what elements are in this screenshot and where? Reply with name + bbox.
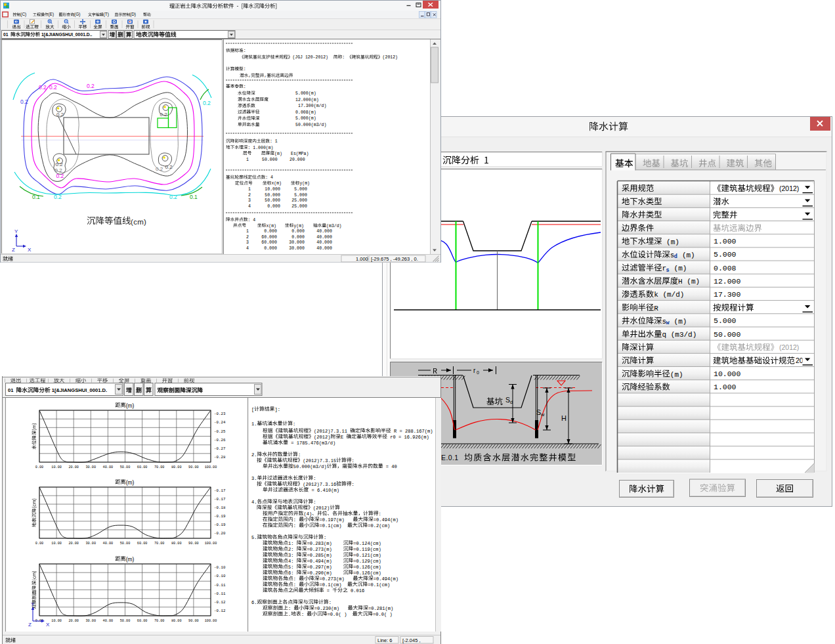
svg-text:60.00: 60.00 bbox=[137, 465, 148, 469]
svg-text:30.000: 30.000 bbox=[289, 240, 305, 245]
svg-text:=0.119(cm): =0.119(cm) bbox=[353, 547, 381, 552]
svg-text:0.000: 0.000 bbox=[264, 246, 277, 251]
svg-text:(m): (m) bbox=[126, 479, 135, 486]
svg-text:(m): (m) bbox=[126, 402, 135, 409]
svg-text::: : bbox=[288, 606, 294, 611]
svg-text:(2012): (2012) bbox=[314, 435, 331, 440]
svg-text:100.00: 100.00 bbox=[205, 542, 217, 546]
svg-text:40.00: 40.00 bbox=[103, 465, 114, 469]
svg-text:d: d bbox=[674, 253, 677, 260]
svg-text:[-29.675 , -49.263 , 0.: [-29.675 , -49.263 , 0. bbox=[371, 256, 418, 262]
svg-text:=0.1(cm): =0.1(cm) bbox=[320, 582, 348, 588]
svg-text:70.00: 70.00 bbox=[154, 465, 165, 469]
svg-text:: 4: : 4 bbox=[265, 175, 273, 180]
svg-text:100.00: 100.00 bbox=[205, 619, 217, 623]
svg-text:0.1: 0.1 bbox=[32, 194, 40, 200]
svg-text:17.300: 17.300 bbox=[714, 290, 741, 299]
svg-text:1: 1 bbox=[246, 229, 249, 234]
svg-text:0.2: 0.2 bbox=[56, 161, 64, 167]
svg-text:80.00: 80.00 bbox=[171, 542, 182, 546]
svg-text:.: . bbox=[288, 612, 291, 617]
svg-text:2.: 2. bbox=[251, 452, 257, 458]
svg-text:17.300(m/d): 17.300(m/d) bbox=[295, 104, 326, 108]
svg-text:0.000: 0.000 bbox=[264, 229, 277, 234]
svg-text:-0.27: -0.27 bbox=[214, 446, 226, 451]
svg-text:1:: 1: bbox=[288, 541, 297, 546]
svg-text:-0.17: -0.17 bbox=[214, 488, 226, 493]
svg-text:1: 1 bbox=[248, 187, 251, 192]
svg-text:60.00: 60.00 bbox=[137, 542, 148, 546]
svg-text:[-2.045 ,: [-2.045 , bbox=[402, 637, 421, 643]
svg-text:30.00: 30.00 bbox=[86, 465, 96, 469]
svg-text:01: 01 bbox=[3, 32, 9, 37]
svg-text:20.00: 20.00 bbox=[68, 542, 79, 546]
svg-text:01: 01 bbox=[8, 387, 15, 393]
svg-text:k (m/d): k (m/d) bbox=[654, 291, 684, 299]
svg-text:(E): (E) bbox=[49, 12, 54, 17]
svg-text:0.2: 0.2 bbox=[87, 83, 95, 89]
svg-text:60.000: 60.000 bbox=[261, 240, 277, 245]
svg-text:50.000(m3/d): 50.000(m3/d) bbox=[293, 464, 327, 469]
svg-text:4.: 4. bbox=[251, 500, 257, 505]
svg-text:4: 4 bbox=[246, 246, 249, 251]
svg-text:0.00: 0.00 bbox=[35, 542, 43, 546]
svg-text:0.2: 0.2 bbox=[165, 164, 173, 170]
svg-text:25.000: 25.000 bbox=[291, 204, 307, 209]
svg-text:=0.494(m): =0.494(m) bbox=[374, 517, 398, 523]
svg-text:50.000: 50.000 bbox=[262, 158, 278, 162]
svg-text:5.000: 5.000 bbox=[714, 250, 737, 259]
svg-text:5.000: 5.000 bbox=[714, 316, 737, 325]
svg-text:0.2: 0.2 bbox=[169, 194, 177, 200]
svg-text:50.00: 50.00 bbox=[120, 619, 131, 623]
svg-text:(2012): (2012) bbox=[313, 505, 330, 511]
svg-text:40.000: 40.000 bbox=[316, 235, 332, 240]
svg-text:70.00: 70.00 bbox=[154, 542, 165, 546]
svg-text:3: 3 bbox=[246, 240, 249, 245]
svg-text:(m): (m) bbox=[677, 251, 695, 259]
svg-text:4: 4 bbox=[248, 204, 251, 209]
svg-text::: : bbox=[293, 421, 295, 427]
svg-text:1: 1 bbox=[246, 158, 249, 162]
svg-text:70.00: 70.00 bbox=[154, 619, 165, 623]
svg-text:1.: 1. bbox=[251, 421, 257, 427]
svg-text:-0.19: -0.19 bbox=[214, 514, 226, 519]
svg-text:-0.23: -0.23 bbox=[214, 412, 226, 416]
svg-text:100.00: 100.00 bbox=[205, 465, 217, 469]
svg-text::: : bbox=[329, 600, 332, 605]
svg-text:50.000: 50.000 bbox=[265, 198, 280, 203]
svg-text:Y: Y bbox=[31, 601, 35, 607]
svg-text:=0.273(m): =0.273(m) bbox=[320, 576, 353, 582]
svg-text:6:: 6: bbox=[288, 570, 297, 576]
svg-text:(m): (m) bbox=[670, 371, 683, 379]
svg-text:=0.126(cm): =0.126(cm) bbox=[353, 570, 381, 576]
svg-text:=0.290(m): =0.290(m) bbox=[307, 570, 343, 576]
svg-text::: : bbox=[313, 500, 316, 505]
svg-text:=0.494(m): =0.494(m) bbox=[374, 576, 398, 582]
svg-text:0.2: 0.2 bbox=[56, 173, 64, 179]
svg-text:5.: 5. bbox=[251, 535, 257, 540]
svg-text::: : bbox=[379, 511, 381, 517]
svg-text:=0.1(cm): =0.1(cm) bbox=[320, 523, 348, 528]
svg-text:80.00: 80.00 bbox=[171, 465, 182, 469]
svg-text:=0.2(cm): =0.2(cm) bbox=[368, 523, 390, 528]
svg-text:40.00: 40.00 bbox=[103, 619, 114, 623]
svg-text:X: X bbox=[46, 622, 50, 628]
svg-text:20.00: 20.00 bbox=[68, 465, 79, 469]
svg-text:0.1: 0.1 bbox=[190, 194, 198, 200]
svg-text:0.2: 0.2 bbox=[54, 194, 62, 200]
svg-text::: : bbox=[244, 85, 246, 89]
svg-text:-0.24: -0.24 bbox=[214, 420, 226, 425]
svg-text:0.008: 0.008 bbox=[714, 264, 737, 272]
svg-text::: : bbox=[342, 55, 347, 60]
svg-text:=0.197(m): =0.197(m) bbox=[320, 517, 353, 523]
svg-text:d: d bbox=[510, 399, 513, 405]
svg-text:6.: 6. bbox=[251, 600, 257, 605]
svg-text:(2012)7.3.11: (2012)7.3.11 bbox=[314, 429, 350, 434]
svg-text:(2012)7.3.15: (2012)7.3.15 bbox=[303, 458, 336, 463]
svg-text:90.00: 90.00 bbox=[188, 465, 199, 469]
svg-text:=0.124(cm): =0.124(cm) bbox=[353, 541, 381, 546]
svg-text:=0.285(m): =0.285(m) bbox=[307, 553, 343, 558]
svg-text:60.000: 60.000 bbox=[261, 235, 277, 240]
svg-text:0.2: 0.2 bbox=[156, 166, 163, 172]
svg-text:40.000: 40.000 bbox=[316, 246, 332, 251]
